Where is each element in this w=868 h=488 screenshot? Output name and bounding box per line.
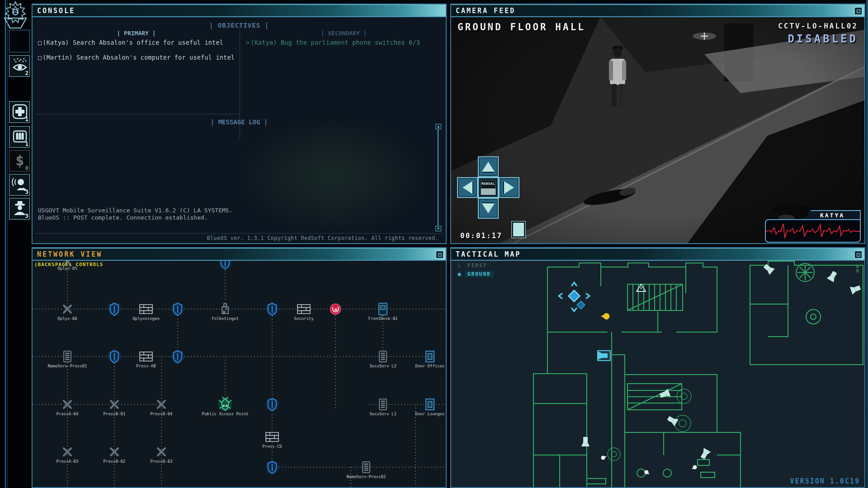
network-node-shield[interactable] — [218, 261, 232, 269]
tactical-map-title: TACTICAL MAP — [456, 250, 521, 258]
svg-text:SecuServ L1: SecuServ L1 — [369, 412, 396, 416]
item-count: 0 — [25, 165, 28, 171]
network-node-press-cd[interactable]: Press-CD — [262, 432, 282, 449]
svg-text:NameServ-Press01: NameServ-Press01 — [48, 364, 87, 368]
item-count: 3 — [25, 213, 28, 219]
circle-icon — [456, 271, 463, 277]
svg-text:Security: Security — [294, 316, 314, 321]
network-node-nameserv-press01[interactable]: NameServ-Press01 — [48, 351, 87, 368]
message-log-scrollbar[interactable]: ▲ ▼ — [435, 124, 441, 231]
network-node-door-lounges[interactable]: Door Lounges — [415, 399, 444, 416]
network-node-public-access-point[interactable]: Public Access Point — [202, 397, 249, 416]
scroll-down-icon[interactable]: ▼ — [435, 226, 441, 231]
network-node-shield[interactable] — [108, 350, 121, 363]
pan-mode-button[interactable]: MANUAL — [478, 177, 499, 198]
pan-up-button[interactable] — [478, 156, 499, 177]
sidebar-item-surveillance-eye[interactable]: 2 — [9, 55, 30, 77]
floorplan-walls — [533, 261, 863, 487]
floor-label: GROUND — [465, 271, 494, 277]
maximize-icon[interactable] — [854, 7, 862, 15]
svg-text:PressB-03: PressB-03 — [151, 459, 173, 464]
svg-text:PressB-01: PressB-01 — [104, 412, 126, 416]
sidebar-item-informant[interactable]: 3 — [9, 174, 30, 196]
pan-right-button[interactable] — [499, 177, 519, 198]
network-node-nameserv-press02[interactable]: NameServ-Press02 — [347, 462, 386, 479]
network-node-oplys-06[interactable]: Oplys-06 — [57, 305, 77, 321]
tactical-map-panel: TACTICAL MAP FIRSTGROUND ▲N — [450, 247, 865, 488]
network-node-security[interactable]: Security — [294, 305, 314, 321]
svg-text:NameServ-Press02: NameServ-Press02 — [347, 474, 386, 479]
network-view-panel: NETWORK VIEW (BACKSPACE) CONTROLS Oplys-… — [32, 247, 447, 488]
camera-stop-button[interactable] — [512, 221, 525, 238]
guard-marker[interactable] — [601, 313, 609, 320]
app-root: 211$033 CONSOLE | OBJECTIVES | | PRIMARY… — [0, 0, 868, 488]
left-arrow-icon — [462, 181, 472, 194]
tactical-map-body: FIRSTGROUND ▲N — [451, 261, 864, 487]
log-line: BlueOS :: POST complete. Connection esta… — [38, 214, 232, 221]
console-panel: CONSOLE | OBJECTIVES | | PRIMARY | | SEC… — [32, 4, 447, 244]
sidebar-item-ammo-clip[interactable]: 1 — [9, 126, 30, 148]
network-view-title: NETWORK VIEW — [37, 250, 102, 258]
ecg-monitor — [765, 219, 861, 243]
civilian-markers[interactable] — [601, 456, 697, 474]
network-node-shield[interactable] — [265, 460, 279, 474]
network-node-shield[interactable] — [265, 302, 279, 316]
scroll-up-icon[interactable]: ▲ — [435, 124, 441, 129]
objective-marker: □ — [38, 39, 42, 46]
hacked-camera-icon[interactable] — [598, 351, 610, 361]
objective-text: (Martin) Search Absalon's computer for u… — [42, 54, 235, 61]
down-arrow-icon — [482, 203, 495, 213]
floor-button-ground[interactable]: GROUND — [456, 270, 494, 278]
console-body: | OBJECTIVES | | PRIMARY | | SECONDARY |… — [33, 17, 446, 243]
svg-text:Oplys-06: Oplys-06 — [57, 316, 77, 321]
network-node-oplysningen[interactable]: Oplysningen — [132, 305, 160, 321]
item-count: 1 — [25, 116, 28, 122]
console-title: CONSOLE — [37, 7, 75, 15]
floor-button-first[interactable]: FIRST — [456, 262, 494, 269]
pan-down-button[interactable] — [478, 198, 499, 219]
item-count: 2 — [25, 70, 28, 76]
objectives-title: | OBJECTIVES | — [33, 22, 446, 29]
floorplan-map[interactable] — [451, 261, 864, 487]
pan-left-button[interactable] — [457, 177, 478, 198]
network-node-camera-red[interactable] — [330, 304, 341, 314]
network-node-door-offices[interactable]: Door Offices — [415, 351, 444, 368]
svg-text:Door Lounges: Door Lounges — [415, 412, 444, 416]
network-node-shield[interactable] — [265, 398, 279, 411]
maximize-icon[interactable] — [436, 251, 443, 258]
network-view-header: NETWORK VIEW — [33, 248, 446, 261]
svg-text:FrontDesk-01: FrontDesk-01 — [368, 316, 397, 321]
network-node-shield[interactable] — [171, 350, 184, 363]
compass-north-icon: ▲N — [856, 263, 859, 273]
console-header: CONSOLE — [33, 5, 446, 17]
network-graph[interactable]: Oplys-05Oplys-06OplysningenFolketingetSe… — [33, 261, 446, 487]
footer-divider — [35, 233, 443, 234]
svg-text:Press-CD: Press-CD — [262, 444, 282, 449]
ecg-waveform — [766, 224, 860, 238]
primary-objectives: □(Katya) Search Absalon's office for use… — [38, 39, 237, 69]
network-node-shield[interactable] — [108, 302, 121, 316]
network-node-folketinget[interactable]: Folketinget — [212, 304, 239, 321]
agent-marker-katya[interactable] — [559, 282, 590, 311]
objective-marker: □ — [38, 54, 42, 61]
sidebar-item-medical-cross[interactable]: 1 — [9, 101, 30, 123]
network-node-press-ab[interactable]: Press-AB — [136, 352, 156, 368]
svg-text:SecuServ L2: SecuServ L2 — [369, 364, 396, 368]
camera-timestamp: 00:01:17 — [460, 231, 502, 240]
sidebar-item-money[interactable]: $0 — [9, 150, 30, 172]
svg-text:$: $ — [15, 152, 24, 169]
network-node-frontdesk-01[interactable]: FrontDesk-01 — [368, 303, 397, 321]
agent-vitals-panel: KATYA — [765, 210, 861, 243]
item-count: 3 — [25, 189, 28, 195]
screen-edge-strip — [866, 0, 868, 488]
network-node-secuserv-l2[interactable]: SecuServ L2 — [369, 351, 396, 368]
maximize-icon[interactable] — [854, 251, 862, 258]
camera-feed-title: CAMERA FEED — [456, 7, 515, 15]
svg-text:Press-AB: Press-AB — [136, 364, 156, 368]
security-camera-icons[interactable] — [581, 263, 862, 460]
network-node-shield[interactable] — [171, 302, 184, 316]
network-node-secuserv-l1[interactable]: SecuServ L1 — [369, 399, 396, 416]
sidebar-item-agent[interactable]: 3 — [9, 198, 30, 220]
scrollbar-track[interactable] — [438, 129, 439, 226]
right-arrow-icon — [504, 181, 514, 194]
